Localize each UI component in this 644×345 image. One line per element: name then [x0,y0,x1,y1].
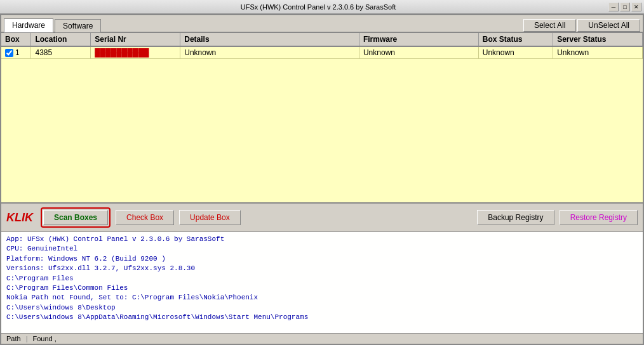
main-window: Hardware Software Select All UnSelect Al… [0,14,644,345]
box-number: 1 [15,48,20,57]
log-line-7: C:\Users\windows 8\Desktop [6,303,638,313]
col-header-box: Box [1,33,31,46]
log-line-5: C:\Program Files\Common Files [6,283,638,293]
log-line-2: Platform: Windows NT 6.2 (Build 9200 ) [6,254,638,264]
tab-hardware[interactable]: Hardware [4,18,53,32]
check-box-button[interactable]: Check Box [116,210,174,225]
klik-label: KLIK [6,211,33,225]
col-header-serverstatus: Server Status [553,33,643,46]
col-header-firmware: Firmware [359,33,478,46]
log-line-4: C:\Program Files [6,274,638,283]
log-line-6: Nokia Path not Found, Set to: C:\Program… [6,293,638,303]
restore-registry-button[interactable]: Restore Registry [560,210,638,225]
cell-location: 4385 [31,46,91,59]
tab-software[interactable]: Software [55,19,101,32]
col-header-location: Location [31,33,91,46]
serial-number: ██████████ [95,48,149,57]
cell-box: 1 [1,46,31,59]
cell-details: Unknown [180,46,359,59]
col-header-boxstatus: Box Status [478,33,553,46]
log-area: App: UFSx (HWK) Control Panel v 2.3.0.6 … [1,231,643,333]
scan-boxes-button[interactable]: Scan Boxes [43,210,108,225]
status-bar: Path | Found , [1,333,643,344]
scan-button-wrapper: Scan Boxes [41,207,111,228]
tab-bar: Hardware Software Select All UnSelect Al… [1,15,643,33]
table-header-row: Box Location Serial Nr Details Firmware … [1,33,643,46]
select-all-button[interactable]: Select All [523,19,576,32]
table-row: 1 4385 ██████████ Unknown Unknown Unknow… [1,46,643,59]
update-box-button[interactable]: Update Box [179,210,241,225]
device-table-container: Box Location Serial Nr Details Firmware … [1,33,643,203]
col-header-serial: Serial Nr [91,33,180,46]
cell-boxstatus: Unknown [478,46,553,59]
window-title: UFSx (HWK) Control Panel v 2.3.0.6 by Sa… [28,3,608,11]
unselect-all-button[interactable]: UnSelect All [577,19,640,32]
minimize-button[interactable]: ─ [608,3,619,11]
title-bar: UFSx (HWK) Control Panel v 2.3.0.6 by Sa… [0,0,644,14]
device-table: Box Location Serial Nr Details Firmware … [1,33,643,59]
cell-serverstatus: Unknown [553,46,643,59]
maximize-button[interactable]: □ [620,3,630,11]
backup-registry-button[interactable]: Backup Registry [477,210,554,225]
box-checkbox[interactable] [5,49,13,57]
log-line-3: Versions: Ufs2xx.dll 3.2.7, Ufs2xx.sys 2… [6,264,638,273]
col-header-details: Details [180,33,359,46]
found-label: Found , [33,335,57,342]
cell-serial: ██████████ [91,46,180,59]
window-controls[interactable]: ─ □ ✕ [608,3,641,11]
log-line-1: CPU: GenuineIntel [6,244,638,254]
path-label: Path [6,335,21,342]
cell-firmware: Unknown [359,46,478,59]
close-button[interactable]: ✕ [631,3,641,11]
log-line-0: App: UFSx (HWK) Control Panel v 2.3.0.6 … [6,235,638,244]
log-line-8: C:\Users\windows 8\AppData\Roaming\Micro… [6,313,638,322]
buttons-area: KLIK Scan Boxes Check Box Update Box Bac… [1,203,643,231]
